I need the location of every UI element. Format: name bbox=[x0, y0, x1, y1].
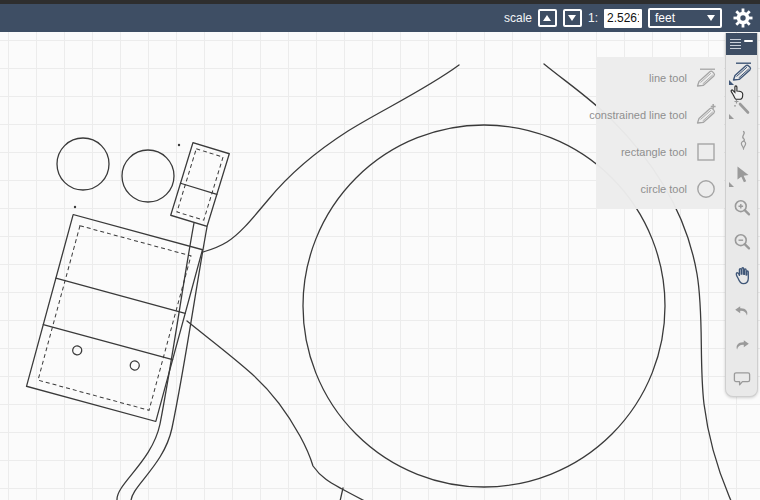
ratio-prefix-label: 1: bbox=[588, 11, 598, 25]
magnifier-minus-icon bbox=[732, 232, 752, 252]
zoom-out-button[interactable] bbox=[726, 225, 757, 259]
unit-dropdown-value: feet bbox=[655, 11, 675, 25]
flyout-item-constrained-line-tool[interactable]: constrained line tool bbox=[596, 103, 724, 127]
string-plumb-icon bbox=[732, 130, 752, 150]
speech-bubble-icon bbox=[732, 368, 752, 388]
flyout-item-rectangle-tool[interactable]: rectangle tool bbox=[596, 140, 724, 164]
drawing-large-rect-group bbox=[27, 215, 203, 422]
drawing-small-rect-group bbox=[171, 143, 230, 227]
comment-button[interactable] bbox=[726, 361, 757, 395]
drawing-dot-1 bbox=[74, 206, 76, 208]
drawing-contour-lower bbox=[187, 321, 452, 500]
tool-palette bbox=[725, 33, 758, 397]
flyout-item-label: line tool bbox=[649, 72, 687, 84]
top-toolbar: scale 1: feet bbox=[0, 0, 760, 32]
freehand-tool-button[interactable] bbox=[726, 123, 757, 157]
flyout-item-label: circle tool bbox=[641, 183, 687, 195]
pan-tool-button[interactable] bbox=[726, 259, 757, 293]
drawing-dot-2 bbox=[178, 144, 180, 146]
wand-tool-button[interactable] bbox=[726, 89, 757, 123]
settings-button[interactable] bbox=[732, 7, 754, 29]
drawing-band-right bbox=[131, 227, 207, 500]
hand-icon bbox=[732, 266, 752, 286]
drawing-band-left bbox=[117, 223, 194, 500]
drawing-circle-2 bbox=[122, 150, 174, 202]
menu-hamburger-icon[interactable] bbox=[730, 39, 741, 50]
spin-down-icon bbox=[568, 15, 576, 21]
spin-up-icon bbox=[543, 15, 551, 21]
collapse-minus-icon[interactable] bbox=[744, 40, 753, 42]
flyout-indicator-icon bbox=[729, 114, 734, 119]
dropdown-caret-icon bbox=[707, 15, 715, 21]
drawing-circle-1 bbox=[57, 138, 109, 190]
line-tools-flyout: line tool constrained line tool bbox=[596, 57, 724, 209]
arrow-cursor-icon bbox=[732, 164, 752, 184]
flyout-item-line-tool[interactable]: line tool bbox=[596, 66, 724, 90]
scale-label: scale bbox=[504, 11, 532, 25]
scale-value-input[interactable] bbox=[604, 9, 642, 28]
undo-arrow-icon bbox=[733, 301, 751, 319]
line-tool-button[interactable] bbox=[726, 55, 757, 89]
unit-dropdown[interactable]: feet bbox=[648, 8, 722, 28]
flyout-indicator-icon bbox=[729, 182, 734, 187]
drawing-contour-upper bbox=[203, 65, 459, 252]
tool-palette-header bbox=[726, 33, 757, 55]
flyout-item-label: rectangle tool bbox=[621, 146, 687, 158]
circle-outline-icon bbox=[694, 177, 718, 201]
magnifier-plus-icon bbox=[732, 198, 752, 218]
pencil-line-icon bbox=[694, 66, 718, 90]
redo-button[interactable] bbox=[726, 327, 757, 361]
pencil-plus-icon bbox=[694, 103, 718, 127]
zoom-in-button[interactable] bbox=[726, 191, 757, 225]
magic-wand-icon bbox=[732, 96, 752, 116]
scale-up-button[interactable] bbox=[538, 9, 557, 27]
flyout-item-label: constrained line tool bbox=[589, 109, 687, 121]
flyout-indicator-icon bbox=[729, 80, 734, 85]
select-tool-button[interactable] bbox=[726, 157, 757, 191]
scale-down-button[interactable] bbox=[563, 9, 582, 27]
flyout-item-circle-tool[interactable]: circle tool bbox=[596, 177, 724, 201]
gear-icon bbox=[732, 7, 754, 29]
undo-button[interactable] bbox=[726, 293, 757, 327]
redo-arrow-icon bbox=[733, 335, 751, 353]
square-outline-icon bbox=[694, 140, 718, 164]
